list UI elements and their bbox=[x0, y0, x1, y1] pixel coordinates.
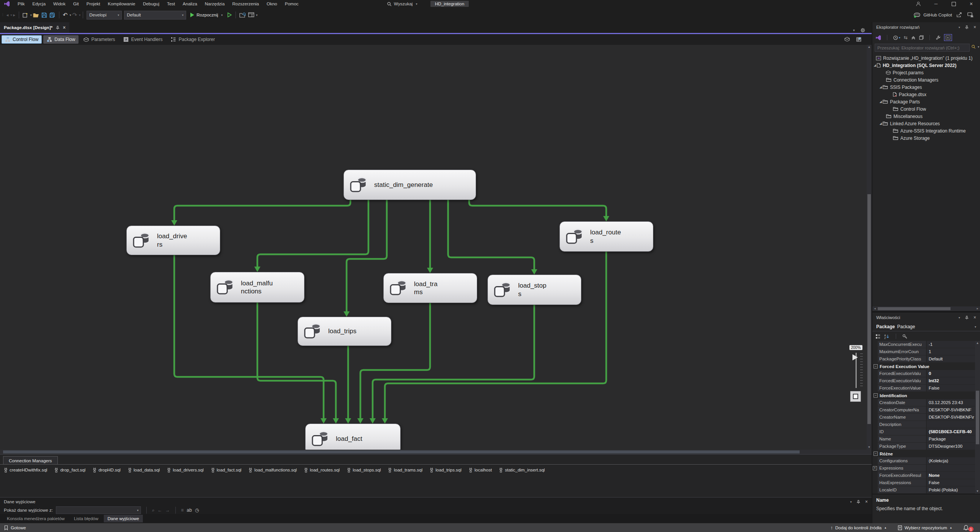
menu-pomoc[interactable]: Pomoc bbox=[281, 0, 303, 8]
property-row[interactable]: CreatorNameDESKTOP-5VHBKNF\r bbox=[872, 414, 980, 421]
property-row[interactable]: MaximumErrorCoun1 bbox=[872, 348, 980, 355]
scrollbar-thumb[interactable] bbox=[867, 194, 871, 424]
find-in-files-icon[interactable] bbox=[238, 10, 247, 20]
tree-item-package-dtsx[interactable]: Package.dtsx bbox=[872, 91, 980, 98]
task-load-trams[interactable]: load_trams bbox=[383, 273, 477, 303]
connection-manager-item[interactable]: load_stops.sql bbox=[347, 467, 381, 473]
connection-manager-item[interactable]: load_trips.sql bbox=[430, 467, 461, 473]
close-button[interactable]: × bbox=[962, 0, 980, 8]
select-repository-button[interactable]: Wybierz repozytorium ▴ bbox=[898, 525, 952, 530]
menu-test[interactable]: Test bbox=[163, 0, 179, 8]
tab-parameters[interactable]: Parameters bbox=[80, 35, 118, 44]
property-row[interactable]: ForcedExecutionValuInt32 bbox=[872, 377, 980, 385]
add-to-source-control-button[interactable]: ↑ Dodaj do kontroli źródła ▴ bbox=[831, 525, 886, 530]
window-position-dropdown-icon[interactable]: ▾ bbox=[959, 26, 960, 29]
tree-item-azure-storage[interactable]: Azure Storage bbox=[872, 134, 980, 142]
constraint-static-to-malfunctions[interactable] bbox=[257, 200, 368, 267]
find-message-icon[interactable]: ⌕ bbox=[152, 507, 155, 513]
property-row[interactable]: MaxConcurrentExecu-1 bbox=[872, 341, 980, 348]
tree-item-package-parts[interactable]: ◢ Package Parts bbox=[872, 98, 980, 105]
scrollbar-thumb[interactable] bbox=[976, 391, 979, 444]
task-load-malfunctions[interactable]: load_malfunctions bbox=[210, 272, 304, 303]
menu-widok[interactable]: Widok bbox=[49, 0, 69, 8]
connection-manager-item[interactable]: load_trams.sql bbox=[388, 467, 422, 473]
window-position-dropdown-icon[interactable]: ▾ bbox=[850, 500, 852, 504]
notifications-bell-button[interactable]: 1 bbox=[963, 525, 976, 530]
close-panel-icon[interactable]: × bbox=[973, 315, 976, 320]
tab-control-flow[interactable]: Control Flow bbox=[2, 35, 42, 44]
properties-header[interactable]: Właściwości ▾ × bbox=[872, 313, 980, 322]
save-icon[interactable] bbox=[40, 10, 48, 20]
property-category-row[interactable]: −Różne bbox=[872, 450, 980, 457]
tab-output[interactable]: Dane wyjściowe bbox=[104, 515, 143, 522]
task-load-drivers[interactable]: load_drivers bbox=[126, 226, 220, 255]
canvas-vertical-scrollbar[interactable]: ▲ ▼ bbox=[867, 45, 872, 454]
connection-manager-item[interactable]: drop_fact.sql bbox=[54, 467, 85, 473]
minimize-button[interactable]: ─ bbox=[927, 0, 945, 8]
menu-analiza[interactable]: Analiza bbox=[179, 0, 201, 8]
open-file-icon[interactable] bbox=[32, 10, 40, 20]
start-without-debugging-icon[interactable] bbox=[226, 10, 233, 20]
property-row[interactable]: CreationDate03.12.2025 23:43 bbox=[872, 399, 980, 406]
account-icon[interactable] bbox=[910, 0, 927, 8]
property-row[interactable]: ForceExecutionValueFalse bbox=[872, 385, 980, 392]
solution-platforms-dropdown[interactable]: Default▾ bbox=[124, 11, 186, 20]
property-row[interactable]: +Expressions bbox=[872, 465, 980, 472]
tree-item-connection-managers[interactable]: Connection Managers bbox=[872, 76, 980, 83]
task-static-dim-generate[interactable]: static_dim_generate bbox=[344, 170, 476, 200]
switch-views-icon[interactable]: ⇆ bbox=[904, 35, 908, 40]
canvas-horizontal-scrollbar[interactable] bbox=[0, 450, 867, 454]
github-copilot-label[interactable]: GitHub Copilot bbox=[923, 13, 952, 17]
connection-manager-item[interactable]: load_drivers.sql bbox=[167, 467, 204, 473]
alphabetical-sort-icon[interactable]: AZ bbox=[884, 334, 890, 339]
document-tab-package-dtsx[interactable]: Package.dtsx [Design]* × bbox=[0, 22, 69, 33]
expander-icon[interactable]: ◢ bbox=[879, 100, 882, 103]
expander-icon[interactable]: ◢ bbox=[879, 122, 882, 125]
tree-item-azure-ssis-runtime[interactable]: Azure-SSIS Integration Runtime bbox=[872, 127, 980, 134]
github-copilot-icon[interactable] bbox=[914, 12, 920, 18]
constraint-static-to-drivers[interactable] bbox=[174, 200, 350, 221]
tree-item-miscellaneous[interactable]: Miscellaneous bbox=[872, 113, 980, 120]
tree-item-solution[interactable]: Rozwiązanie „HD_integration” (1 projektu… bbox=[872, 54, 980, 62]
tab-data-flow[interactable]: Data Flow bbox=[43, 35, 79, 44]
collapse-icon[interactable]: − bbox=[874, 393, 878, 398]
connection-manager-item[interactable]: load_fact.sql bbox=[211, 467, 242, 473]
property-pages-key-icon[interactable] bbox=[902, 334, 908, 339]
connection-managers-tab[interactable]: Connection Managers bbox=[3, 456, 58, 465]
pin-icon[interactable] bbox=[965, 316, 969, 320]
save-all-icon[interactable] bbox=[48, 10, 57, 20]
timestamp-icon[interactable]: ◷ bbox=[195, 507, 199, 513]
visual-studio-logo-icon[interactable] bbox=[0, 1, 14, 7]
property-row[interactable]: NamePackage bbox=[872, 435, 980, 443]
tree-item-project[interactable]: ◢ HD_integration (SQL Server 2022) bbox=[872, 62, 980, 69]
connection-manager-item[interactable]: load_data.sql bbox=[128, 467, 160, 473]
expander-icon[interactable]: ◢ bbox=[879, 85, 882, 89]
share-icon[interactable] bbox=[955, 10, 963, 20]
new-project-icon[interactable] bbox=[21, 10, 29, 20]
property-row[interactable]: PackagePriorityClassDefault bbox=[872, 355, 980, 363]
start-debugging-button[interactable]: Rozpocznij ▾ bbox=[187, 10, 226, 20]
constraint-static-to-routes[interactable] bbox=[469, 200, 606, 216]
collapse-all-icon[interactable] bbox=[911, 35, 916, 40]
tree-item-project-params[interactable]: Project.params bbox=[872, 69, 980, 76]
menu-git[interactable]: Git bbox=[69, 0, 83, 8]
scrollbar-thumb[interactable] bbox=[3, 450, 800, 453]
property-row[interactable]: ForceExecutionResulNone bbox=[872, 472, 980, 479]
scrollbar-thumb[interactable] bbox=[878, 307, 951, 310]
close-panel-icon[interactable]: × bbox=[865, 499, 868, 504]
connection-manager-item[interactable]: load_routes.sql bbox=[304, 467, 340, 473]
property-row[interactable]: ID{58D1B0E3-CEFB-40 bbox=[872, 428, 980, 435]
connection-manager-item[interactable]: static_dim_insert.sql bbox=[499, 467, 545, 473]
solution-configurations-dropdown[interactable]: Developi▾ bbox=[87, 11, 122, 20]
connection-manager-item[interactable]: localhost bbox=[469, 467, 492, 473]
sync-with-active-document-icon[interactable] bbox=[875, 35, 881, 41]
collapse-icon[interactable]: − bbox=[874, 364, 878, 368]
close-panel-icon[interactable]: × bbox=[973, 25, 976, 30]
pin-icon[interactable] bbox=[965, 25, 969, 29]
clear-all-icon[interactable]: ≡ bbox=[181, 507, 184, 513]
property-row[interactable]: CreatorComputerNaDESKTOP-5VHBKNF bbox=[872, 406, 980, 414]
window-position-dropdown-icon[interactable]: ▾ bbox=[959, 316, 960, 319]
control-flow-design-surface[interactable]: static_dim_generate load_drivers load_ma… bbox=[0, 45, 872, 454]
feedback-icon[interactable] bbox=[966, 10, 975, 20]
navigate-back-icon[interactable]: ◂ bbox=[5, 10, 10, 20]
